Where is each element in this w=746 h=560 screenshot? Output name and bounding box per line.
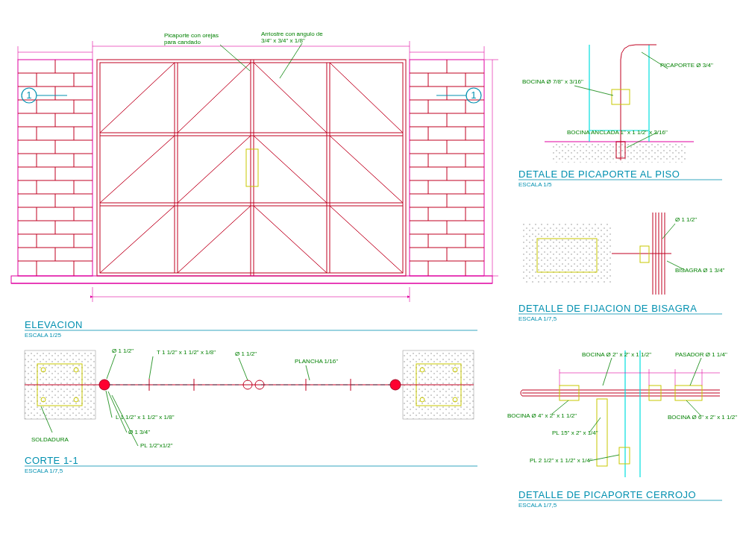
svg-line-163 — [106, 391, 112, 418]
svg-line-222 — [690, 358, 701, 386]
svg-line-103 — [178, 206, 251, 273]
svg-rect-112 — [11, 276, 492, 283]
svg-line-133 — [280, 43, 302, 78]
corte-drawing: Ø 1 1/2" T 1 1/2" x 1 1/2" x 1/8" Ø 1 1/… — [25, 347, 474, 449]
svg-text:BOCINA Ø 6" x 2" x 1 1/2": BOCINA Ø 6" x 2" x 1 1/2" — [668, 414, 737, 421]
svg-text:1: 1 — [26, 89, 32, 101]
svg-text:PLANCHA 1/16": PLANCHA 1/16" — [295, 358, 338, 365]
svg-text:BOCINA ANCLADA 1" x 1 1/2" x 3: BOCINA ANCLADA 1" x 1 1/2" x 3/16" — [567, 129, 668, 136]
svg-text:ESCALA 1/7,5: ESCALA 1/7,5 — [518, 502, 557, 509]
svg-text:SOLDADURA: SOLDADURA — [31, 436, 69, 443]
section-mark-right: 1 — [436, 88, 481, 103]
svg-point-153 — [390, 380, 401, 390]
svg-text:ESCALA 1/7,5: ESCALA 1/7,5 — [518, 315, 557, 322]
anno-arriostre: Arriostre con angulo de3/4" x 3/4" x 1/8… — [261, 31, 323, 44]
picaporte-piso-title: DETALE DE PICAPORTE AL PISO — [518, 169, 680, 180]
svg-line-159 — [107, 354, 116, 379]
svg-rect-199 — [640, 246, 649, 262]
elevation-drawing: 1 1 Picaporte con orejaspara candado Arr… — [11, 31, 498, 302]
svg-rect-87 — [100, 63, 403, 273]
svg-line-132 — [220, 45, 250, 71]
svg-text:T 1 1/2" x 1 1/2" x 1/8": T 1 1/2" x 1 1/2" x 1/8" — [157, 349, 216, 356]
svg-line-226 — [589, 455, 619, 461]
svg-text:PICAPORTE Ø 3/4": PICAPORTE Ø 3/4" — [660, 62, 713, 69]
svg-line-108 — [254, 206, 327, 273]
svg-text:PASADOR Ø 1 1/4": PASADOR Ø 1 1/4" — [675, 351, 727, 358]
svg-rect-175 — [552, 142, 686, 163]
svg-rect-215 — [619, 447, 630, 464]
svg-line-162 — [306, 365, 310, 380]
svg-rect-110 — [246, 149, 258, 186]
svg-line-102 — [100, 206, 175, 273]
elevation-scale: ESCALA 1/25 — [25, 332, 61, 339]
bisagra-title: DETALLE DE FIJACION DE BISAGRA — [518, 303, 697, 314]
svg-text:Ø 1 1/2": Ø 1 1/2" — [675, 216, 697, 223]
svg-line-99 — [178, 63, 251, 133]
svg-text:1: 1 — [471, 89, 477, 101]
svg-line-109 — [330, 206, 403, 273]
svg-text:ESCALA 1/5: ESCALA 1/5 — [518, 181, 552, 188]
svg-text:BOCINA Ø 2" x 2" x 1 1/2": BOCINA Ø 2" x 2" x 1 1/2" — [582, 351, 651, 358]
svg-text:L 1 1/2" x 1 1/2" x 1/8": L 1 1/2" x 1 1/2" x 1/8" — [116, 414, 175, 421]
picaporte-piso-drawing: BOCINA Ø 7/8" x 3/16" PICAPORTE Ø 3/4" B… — [522, 45, 713, 163]
svg-text:Ø 1 1/2": Ø 1 1/2" — [112, 347, 134, 354]
svg-text:Ø 1 1/2": Ø 1 1/2" — [235, 350, 257, 357]
svg-text:PL 2 1/2" x 1 1/2" x 1/4": PL 2 1/2" x 1 1/2" x 1/4" — [530, 457, 592, 464]
svg-line-105 — [330, 63, 403, 133]
svg-line-164 — [108, 391, 127, 432]
svg-line-106 — [254, 136, 327, 203]
cerrojo-drawing: BOCINA Ø 2" x 2" x 1 1/2" PASADOR Ø 1 1/… — [507, 350, 737, 477]
svg-line-182 — [574, 86, 613, 95]
svg-line-101 — [178, 136, 251, 203]
section-mark-left: 1 — [22, 88, 67, 103]
svg-line-161 — [239, 358, 248, 380]
svg-line-107 — [330, 136, 403, 203]
svg-line-104 — [254, 63, 327, 133]
svg-rect-191 — [522, 224, 612, 283]
svg-text:PL 1/2"x1/2": PL 1/2"x1/2" — [140, 442, 173, 449]
corte-scale: ESCALA 1/7,5 — [25, 468, 63, 474]
svg-line-100 — [100, 136, 175, 203]
svg-line-221 — [603, 358, 612, 386]
svg-line-165 — [112, 395, 138, 446]
anno-picaporte: Picaporte con orejaspara candado — [164, 32, 219, 45]
cerrojo-title: DETALLE DE PICAPORTE CERROJO — [518, 489, 696, 500]
svg-line-160 — [149, 356, 153, 379]
elevation-title: ELEVACION — [25, 319, 83, 330]
svg-text:BOCINA Ø 7/8" x 3/16": BOCINA Ø 7/8" x 3/16" — [522, 78, 583, 85]
svg-point-150 — [99, 380, 110, 390]
svg-rect-214 — [597, 399, 607, 466]
svg-line-98 — [100, 63, 175, 133]
gate-leaves — [97, 60, 406, 276]
corte-title: CORTE 1-1 — [25, 455, 78, 466]
bisagra-drawing: Ø 1 1/2" BISAGRA Ø 1 3/4" — [522, 213, 725, 295]
svg-text:BISAGRA Ø 1 3/4": BISAGRA Ø 1 3/4" — [675, 267, 725, 274]
svg-text:BOCINA Ø 4" x 2" x 1 1/2": BOCINA Ø 4" x 2" x 1 1/2" — [507, 412, 577, 419]
svg-text:Ø 1 3/4": Ø 1 3/4" — [128, 429, 150, 435]
svg-text:PL 15" x 2" x 1/4": PL 15" x 2" x 1/4" — [552, 430, 598, 436]
